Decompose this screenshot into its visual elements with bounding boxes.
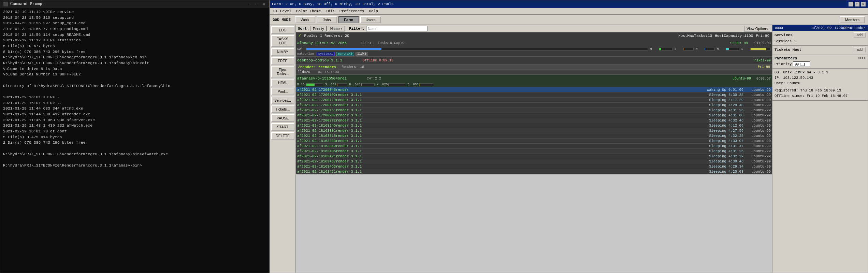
menu-color-theme[interactable]: Color Theme	[294, 9, 323, 14]
task-row-6[interactable]: af2021-02-17200222render 3.1.1 Sleeping …	[296, 118, 772, 123]
heal-button[interactable]: HEAL	[271, 79, 294, 86]
delete-button[interactable]: DELETE	[271, 132, 294, 140]
farm-titlebar: Farm: 2 On, 0 Busy, 18 Off, 0 Nimby, 20 …	[270, 0, 868, 8]
task-row-1[interactable]: af2021-02-17200102render 3.1.1 Sleeping …	[296, 92, 772, 98]
task-row-2[interactable]: af2021-02-17200119render 3.1.1 Sleeping …	[296, 98, 772, 103]
pause-button[interactable]: PAUSE	[271, 114, 294, 122]
params-label: Parameters	[775, 56, 797, 60]
task-name-7: af2021-02-18163245render 3.1.1	[297, 124, 709, 128]
task-status-1: Sleeping 5:30.38	[709, 93, 743, 97]
farm-button[interactable]: Farm	[338, 16, 359, 23]
cmd-minimize-button[interactable]: ─	[247, 2, 252, 6]
services-button[interactable]: Services...	[271, 97, 294, 104]
left-panel: LOG TASKS LOG NIMBY FREE Eject Tasks... …	[270, 25, 296, 273]
active-pb-m	[306, 83, 323, 86]
active-pb-s	[337, 83, 347, 86]
params-chevron: >>>>	[858, 57, 866, 60]
task-row-3[interactable]: af2021-02-17200135render 3.1.1 Sleeping …	[296, 103, 772, 108]
cmd-line: 2021-01-29 16:01 <DIR> ..	[3, 100, 266, 106]
task-status-13: Sleeping 4:32.29	[709, 154, 743, 158]
sort-priority-button[interactable]: Priority	[310, 26, 327, 31]
farm-close-button[interactable]: ✕	[861, 2, 866, 6]
task-status-14: Sleeping 4:30.46	[709, 159, 743, 163]
cmd-cursor	[142, 163, 144, 169]
cmd-close-button[interactable]: ✕	[261, 2, 266, 6]
tickets-add-button[interactable]: add	[854, 47, 866, 52]
task-row-12[interactable]: af2021-02-18163405render 3.1.1 Sleeping …	[296, 149, 772, 154]
host-group-desktop: desktop-cbdjd0.3.1.1 Offline 0:09.13 nik…	[296, 57, 772, 64]
farm-minimize-button[interactable]: ─	[849, 2, 853, 6]
render-subheader: lldx20 mantrax100	[296, 70, 772, 75]
task-row-16[interactable]: af2021-02-18163471render 3.1.1 Sleeping …	[296, 169, 772, 174]
wakeonlan-label: wakeonlan	[297, 52, 314, 56]
task-row-15[interactable]: af2021-02-18163453render 3.1.1 Sleeping …	[296, 164, 772, 169]
services-add-button[interactable]: add	[854, 32, 866, 38]
task-row-5[interactable]: af2021-02-17200207render 3.1.1 Sleeping …	[296, 113, 772, 118]
task-status-waking: Waking Up 0:01.06	[707, 88, 743, 92]
pb-d-inner	[751, 48, 766, 50]
tickets-button[interactable]: Tickets...	[271, 105, 294, 113]
menu-edit[interactable]: Edit	[323, 9, 336, 14]
cmd-maximize-button[interactable]: □	[255, 2, 260, 6]
task-row-waking[interactable]: af2021-02-17200046render Waking Up 0:01.…	[296, 87, 772, 92]
tasks-log-button[interactable]: TASKS LOG	[271, 35, 294, 47]
task-row-13[interactable]: af2021-02-18163421render 3.1.1 Sleeping …	[296, 154, 772, 159]
task-os-7: ubuntu-99	[743, 124, 771, 128]
users-button[interactable]: Users	[360, 16, 381, 23]
priority-input[interactable]	[793, 61, 810, 67]
pb-n-outer	[726, 48, 739, 51]
task-os-4: ubuntu-99	[743, 108, 771, 112]
eject-tasks-button[interactable]: Eject Tasks...	[271, 66, 294, 77]
cmd-icon: ⬛	[3, 2, 8, 7]
task-row-8[interactable]: af2021-02-18163301render 3.1.1 Sleeping …	[296, 128, 772, 133]
task-os-3: ubuntu-99	[743, 103, 771, 107]
task-row-14[interactable]: af2021-02-18163437render 3.1.1 Sleeping …	[296, 159, 772, 164]
active-render-host[interactable]: afaanasy-5-15155046rei C4*:2.2 ubuntu-99…	[296, 75, 772, 87]
host-row-afanasy[interactable]: afanasy-server-v3-2856 ubuntu Tasks:0 Ca…	[296, 39, 772, 57]
task-status-12: Sleeping 4:31.26	[709, 149, 743, 153]
free-button[interactable]: FREE	[271, 57, 294, 64]
active-pb-m-label: M 16	[297, 83, 305, 86]
menu-help[interactable]: Help	[367, 9, 380, 14]
task-status-11: Sleeping 4:31.47	[709, 144, 743, 148]
pools-slash: /	[299, 34, 301, 38]
sort-bar: Sort: Priority Name ↑ Filter: View Optio…	[296, 25, 772, 32]
cmd-window: ⬛ Command Prompt ─ □ ✕ 2021-02-19 11:12 …	[0, 0, 270, 273]
pool-button[interactable]: Pool...	[271, 88, 294, 95]
host-row-desktop[interactable]: desktop-cbdjd0.3.1.1 Offline 0:09.13 nik…	[296, 57, 772, 64]
nimby-button[interactable]: NIMBY	[271, 48, 294, 56]
farm-window: Farm: 2 On, 0 Busy, 18 Off, 0 Nimby, 20 …	[270, 0, 868, 273]
host-tags-afanasy: wakeonlan systemx1 mantrax0 lldx0	[296, 52, 772, 56]
task-row-11[interactable]: af2021-02-18163349render 3.1.1 Sleeping …	[296, 144, 772, 149]
pb-m-outer	[659, 48, 672, 51]
render-group-name: /render: *render$	[298, 65, 336, 69]
task-status-16: Sleeping 4:25.03	[709, 170, 743, 174]
farm-list[interactable]: afanasy-server-v3-2856 ubuntu Tasks:0 Ca…	[296, 39, 772, 273]
active-pb-h-inner	[361, 84, 362, 86]
farm-maximize-button[interactable]: □	[855, 2, 859, 6]
pb-c2-inner	[306, 48, 381, 50]
monitors-button[interactable]: Monitors	[840, 16, 865, 23]
priority-label: Priority	[775, 62, 792, 66]
work-button[interactable]: Work	[295, 16, 315, 23]
task-row-10[interactable]: af2021-02-18163333render 3.1.1 Sleeping …	[296, 139, 772, 144]
services-item: Services ~	[775, 39, 866, 44]
center-panel: Sort: Priority Name ↑ Filter: View Optio…	[296, 25, 772, 273]
menu-preferences[interactable]: Preferences	[337, 9, 366, 14]
active-host-name: afaanasy-5-15155046rei	[297, 76, 365, 81]
cmd-line: Volume in drive R is Data	[3, 66, 266, 72]
task-row-7[interactable]: af2021-02-18163245render 3.1.1 Sleeping …	[296, 123, 772, 128]
view-options-button[interactable]: View Options	[744, 26, 770, 31]
jobs-button[interactable]: Jobs	[317, 16, 337, 23]
priority-row: Priority	[775, 61, 866, 67]
sort-name-button[interactable]: Name ↑	[328, 26, 345, 31]
task-os-5: ubuntu-99	[743, 113, 771, 117]
task-row-9[interactable]: af2021-02-18163316render 3.1.1 Sleeping …	[296, 133, 772, 139]
menu-ui-level[interactable]: UI Level	[271, 9, 293, 14]
task-row-4[interactable]: af2021-02-17200151render 3.1.1 Sleeping …	[296, 108, 772, 113]
log-button[interactable]: LOG	[271, 26, 294, 34]
pb-m-label: M	[650, 47, 658, 51]
filter-input[interactable]	[366, 26, 428, 31]
start-button[interactable]: START	[271, 123, 294, 131]
pb-d-outer	[750, 48, 771, 51]
